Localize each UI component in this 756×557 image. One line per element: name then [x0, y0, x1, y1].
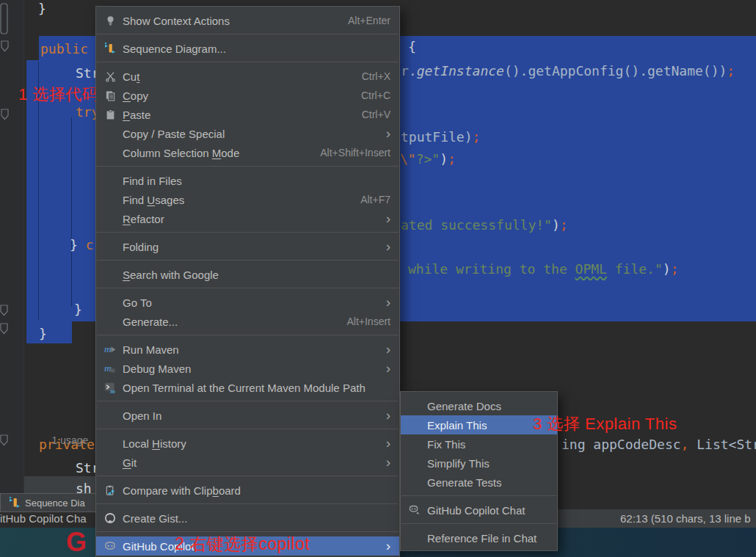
- fold-arrow-icon[interactable]: [0, 434, 8, 446]
- sequence-diagram-icon: [8, 497, 21, 509]
- menu-item-show-context-actions[interactable]: Show Context ActionsAlt+Enter: [96, 11, 399, 30]
- menu-item-run-maven[interactable]: mRun Maven›: [96, 340, 399, 359]
- editor-context-menu: Show Context ActionsAlt+EnterSequence Di…: [95, 6, 400, 557]
- menu-item-sequence-diagram[interactable]: Sequence Diagram...: [96, 39, 399, 58]
- github-icon: [103, 512, 117, 524]
- copilot-icon: [103, 540, 117, 552]
- menu-item-reference-file-in-chat[interactable]: Reference File in Chat: [401, 528, 557, 547]
- caret-position-info[interactable]: 62:13 (510 chars, 13 line b: [620, 512, 751, 525]
- menu-item-simplify-this[interactable]: Simplify This: [401, 454, 557, 473]
- menu-separator: [97, 34, 399, 34]
- icon-placeholder: [103, 409, 117, 421]
- menu-item-find-usages[interactable]: Find UsagesAlt+F7: [96, 190, 399, 209]
- menu-item-label: Git: [123, 456, 380, 469]
- menu-item-label: Run Maven: [123, 343, 380, 356]
- code-line: while writing to the OPML file.");: [408, 261, 678, 278]
- fold-arrow-icon[interactable]: [1, 109, 9, 120]
- code-line: r.getInstance().getAppConfig().getName()…: [401, 62, 735, 80]
- menu-item-generate-tests[interactable]: Generate Tests: [401, 473, 557, 492]
- menu-item-label: Column Selection Mode: [123, 147, 314, 159]
- svg-text:m: m: [110, 387, 115, 394]
- indent-guide: [71, 117, 72, 307]
- menu-separator: [97, 288, 399, 288]
- lightbulb-icon: [103, 15, 117, 26]
- menu-item-shortcut: Alt+Shift+Insert: [320, 147, 390, 159]
- menu-item-go-to[interactable]: Go To›: [96, 293, 399, 312]
- menu-item-label: Copy / Paste Special: [123, 128, 380, 140]
- menu-separator: [401, 495, 556, 496]
- code-line: public: [40, 40, 88, 58]
- compare-clipboard-icon: [103, 484, 117, 496]
- icon-placeholder: [408, 400, 421, 412]
- menu-item-create-gist[interactable]: Create Gist...: [96, 509, 399, 528]
- menu-item-label: Open In: [123, 409, 380, 422]
- tooltip-label: Sequence Dia: [25, 498, 85, 509]
- copilot-chat-tab[interactable]: itHub Copilot Cha: [0, 512, 87, 525]
- menu-item-compare-with-clipboard[interactable]: Compare with Clipboard: [96, 481, 399, 500]
- menu-item-folding[interactable]: Folding›: [96, 237, 399, 256]
- menu-item-search-with-google[interactable]: Search with Google: [96, 265, 399, 284]
- ide-screen: }publicStrtry} c}}privateStrsh{r.getInst…: [0, 0, 756, 557]
- submenu-chevron-icon: ›: [386, 214, 390, 224]
- editor-gutter: [0, 0, 24, 495]
- menu-item-copy[interactable]: CopyCtrl+C: [96, 86, 399, 105]
- code-line: \"?>");: [400, 150, 456, 168]
- menu-item-label: Refactor: [123, 213, 380, 225]
- fold-arrow-icon[interactable]: [1, 40, 9, 52]
- menu-item-shortcut: Ctrl+V: [362, 109, 390, 120]
- menu-item-label: Generate Tests: [427, 476, 542, 489]
- fold-arrow-icon[interactable]: [0, 323, 8, 335]
- menu-item-debug-maven[interactable]: mDebug Maven›: [96, 359, 399, 378]
- submenu-chevron-icon: ›: [386, 410, 390, 421]
- code-line: }: [74, 301, 82, 318]
- menu-item-find-in-files[interactable]: Find in Files: [96, 171, 399, 190]
- gitee-icon[interactable]: G: [66, 527, 87, 557]
- menu-item-shortcut: Alt+Insert: [346, 316, 390, 327]
- submenu-chevron-icon: ›: [386, 128, 390, 139]
- icon-placeholder: [103, 194, 117, 205]
- icon-placeholder: [103, 147, 117, 159]
- annotation-step1: 1 选择代码: [18, 84, 98, 106]
- icon-placeholder: [408, 476, 421, 488]
- menu-item-refactor[interactable]: Refactor›: [96, 209, 399, 228]
- code-line: }: [39, 325, 47, 343]
- code-line: tputFile);: [401, 128, 480, 146]
- icon-placeholder: [103, 437, 117, 449]
- run-maven-icon: m: [103, 343, 117, 355]
- icon-placeholder: [408, 419, 421, 431]
- menu-item-generate[interactable]: Generate...Alt+Insert: [96, 312, 399, 331]
- menu-item-shortcut: Alt+Enter: [348, 15, 390, 26]
- code-line: ated successfully!");: [401, 216, 568, 234]
- icon-placeholder: [103, 175, 117, 186]
- menu-separator: [401, 523, 556, 524]
- fold-arrow-icon[interactable]: [0, 305, 8, 316]
- icon-placeholder: [408, 438, 421, 450]
- menu-separator: [97, 429, 399, 429]
- menu-item-cut[interactable]: CutCtrl+X: [96, 67, 399, 86]
- menu-item-label: Paste: [123, 109, 356, 121]
- submenu-chevron-icon: ›: [386, 363, 390, 374]
- menu-item-git[interactable]: Git›: [96, 453, 399, 472]
- code-line: {: [408, 38, 416, 56]
- sequence-diagram-tooltip: Sequence Dia: [0, 493, 101, 512]
- menu-item-label: Simplify This: [427, 457, 542, 470]
- menu-item-github-copilot-chat[interactable]: GitHub Copilot Chat: [401, 500, 557, 520]
- usage-inlay-hint[interactable]: 1 usage: [40, 414, 88, 449]
- menu-item-paste[interactable]: PasteCtrl+V: [96, 105, 399, 124]
- menu-item-local-history[interactable]: Local History›: [96, 434, 399, 453]
- sequence-diagram-icon: [103, 43, 117, 54]
- menu-item-open-in[interactable]: Open In›: [96, 406, 399, 425]
- current-line-highlight: [24, 476, 106, 495]
- menu-item-label: Generate Docs: [427, 400, 542, 412]
- menu-item-open-terminal-at-the-current-maven-module-path[interactable]: mOpen Terminal at the Current Maven Modu…: [96, 378, 399, 397]
- menu-item-fix-this[interactable]: Fix This: [401, 434, 557, 454]
- menu-item-label: Reference File in Chat: [427, 532, 542, 545]
- icon-placeholder: [103, 241, 117, 252]
- copy-icon: [103, 90, 117, 101]
- menu-item-label: Go To: [123, 296, 380, 309]
- menu-item-copy-paste-special[interactable]: Copy / Paste Special›: [96, 124, 399, 143]
- menu-item-column-selection-mode[interactable]: Column Selection ModeAlt+Shift+Insert: [96, 143, 399, 162]
- menu-separator: [97, 531, 399, 532]
- fold-region-icon[interactable]: [0, 3, 8, 35]
- icon-placeholder: [103, 269, 117, 280]
